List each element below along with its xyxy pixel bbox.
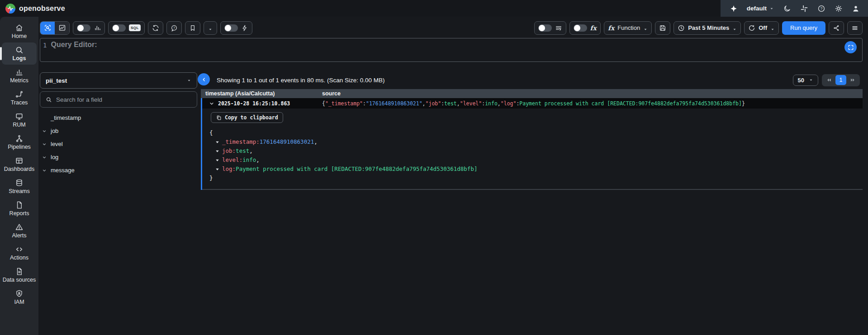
caret-down-icon[interactable] (215, 149, 220, 154)
pager: 1 (822, 74, 860, 86)
sidebar-item-alerts[interactable]: Alerts (0, 220, 38, 242)
first-page-button[interactable] (825, 75, 834, 85)
save-function-button[interactable] (655, 21, 670, 35)
caret-down-icon[interactable] (215, 158, 220, 163)
copy-to-clipboard-button[interactable]: Copy to clipboard (211, 112, 283, 123)
row-expand-icon[interactable] (209, 100, 215, 107)
last-page-button[interactable] (848, 75, 857, 85)
source-token-punct: } (742, 100, 745, 107)
histogram-toggle[interactable] (77, 24, 90, 32)
auto-refresh-dropdown[interactable]: Off (744, 21, 779, 35)
sidebar-item-data-sources[interactable]: Data sources (0, 264, 38, 286)
sync-refresh-button[interactable] (148, 21, 163, 35)
brand-name: openobserve (19, 5, 65, 13)
brand[interactable]: openobserve (0, 4, 65, 14)
quick-mode-toggle[interactable] (224, 24, 238, 32)
log-row-timestamp: 2025-10-28 16:25:10.863 (215, 100, 322, 107)
sidebar-item-label: IAM (14, 299, 24, 306)
query-help-button[interactable]: ? (166, 21, 182, 35)
sidebar-item-label: Metrics (10, 78, 28, 84)
user-profile-icon[interactable] (852, 5, 860, 13)
home-icon (15, 24, 24, 32)
stream-selector-value: pii_test (46, 77, 67, 84)
pipelines-icon (15, 134, 24, 143)
field-item-job[interactable]: job (40, 124, 197, 137)
caret-down-icon[interactable] (215, 167, 220, 172)
transform-toggle[interactable] (574, 24, 587, 32)
sql-badge-icon: SQL (129, 24, 141, 31)
sidebar-item-metrics[interactable]: Metrics (0, 65, 38, 87)
chevron-down-icon[interactable] (42, 128, 47, 134)
page-size-dropdown[interactable]: 50 (793, 75, 818, 86)
data-sources-icon (15, 267, 24, 276)
settings-gear-icon[interactable] (835, 5, 843, 13)
field-name: job (51, 127, 58, 134)
toolbar-right: fx fx Function Past 5 Minutes (534, 21, 863, 35)
source-token-key: "level" (460, 100, 482, 107)
help-icon[interactable]: ? (817, 5, 825, 13)
sidebar-item-logs[interactable]: Logs (2, 42, 37, 65)
time-range-dropdown[interactable]: Past 5 Minutes (674, 21, 741, 35)
sql-mode-toggle[interactable] (112, 24, 126, 32)
sidebar-item-rum[interactable]: RUM (0, 109, 38, 131)
field-name: _timestamp (51, 114, 81, 121)
sidebar-item-iam[interactable]: IAM (0, 286, 38, 308)
function-dropdown-label: Function (617, 24, 640, 31)
column-header-source[interactable]: source (322, 90, 863, 97)
caret-down-icon[interactable] (215, 140, 220, 145)
iam-icon (15, 289, 24, 298)
main-area: SQL ? (38, 17, 868, 335)
field-search-input[interactable] (56, 96, 191, 103)
sidebar-item-home[interactable]: Home (0, 20, 38, 42)
chevron-down-icon[interactable] (42, 155, 47, 160)
sidebar-item-dashboards[interactable]: Dashboards (0, 153, 38, 175)
scan-search-button[interactable] (40, 22, 55, 34)
source-token-punct: : (363, 100, 366, 107)
query-editor[interactable]: 1 Query Editor: (40, 38, 863, 62)
field-item-log[interactable]: log (40, 151, 197, 164)
share-button[interactable] (829, 21, 844, 35)
ai-sparkle-icon[interactable] (730, 5, 738, 13)
saved-views-dropdown[interactable] (204, 21, 217, 35)
json-value: test (236, 146, 249, 156)
sidebar-item-streams[interactable]: Streams (0, 175, 38, 198)
streams-icon (15, 179, 24, 187)
chevron-down-icon[interactable] (42, 142, 47, 147)
editor-line-number: 1 (43, 41, 47, 49)
field-name: log (51, 154, 58, 160)
json-comma: , (314, 137, 318, 146)
openobserve-app: openobserve default ? (0, 0, 868, 335)
field-item-level[interactable]: level (40, 137, 197, 151)
run-query-button[interactable]: Run query (782, 21, 825, 35)
visualize-chart-button[interactable] (55, 22, 69, 34)
function-dropdown[interactable]: fx Function (604, 21, 652, 35)
reports-icon (15, 201, 24, 209)
results-area: Showing 1 to 1 out of 1 events in 80 ms.… (201, 67, 868, 335)
sidebar-item-label: Streams (9, 189, 30, 195)
left-sidebar: HomeLogsMetricsTracesRUMPipelinesDashboa… (0, 17, 38, 335)
column-header-timestamp[interactable]: timestamp (Asia/Calcutta) (201, 90, 322, 97)
field-item-message[interactable]: message (40, 164, 197, 177)
slack-icon[interactable] (800, 5, 808, 13)
sidebar-item-actions[interactable]: Actions (0, 242, 38, 264)
source-token-string: test (444, 100, 457, 107)
sidebar-item-traces[interactable]: Traces (0, 87, 38, 109)
dark-mode-icon[interactable] (783, 5, 791, 13)
menu-button[interactable] (847, 21, 863, 35)
log-row[interactable]: 2025-10-28 16:25:10.863 {"_timestamp":"1… (202, 98, 863, 109)
page-number-button[interactable]: 1 (835, 75, 846, 85)
wrap-lines-toggle[interactable] (538, 24, 552, 32)
sidebar-item-reports[interactable]: Reports (0, 198, 38, 220)
sidebar-item-label: RUM (13, 122, 25, 128)
json-comma: , (256, 156, 260, 165)
sidebar-item-pipelines[interactable]: Pipelines (0, 131, 38, 153)
collapse-fields-button[interactable] (198, 73, 210, 85)
json-key: job: (222, 146, 236, 156)
json-key: log: (222, 165, 236, 174)
editor-expand-button[interactable] (844, 41, 857, 53)
saved-views-button[interactable] (185, 21, 200, 35)
org-selector[interactable]: default (747, 5, 774, 12)
chevron-down-icon[interactable] (42, 168, 47, 173)
field-item-_timestamp[interactable]: _timestamp (40, 111, 197, 124)
stream-selector[interactable]: pii_test (40, 72, 197, 89)
